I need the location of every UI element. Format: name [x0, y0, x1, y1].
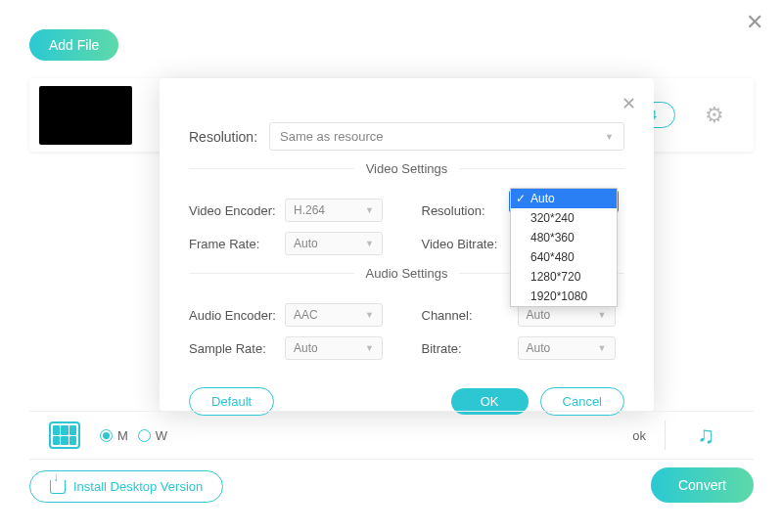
video-grid-icon[interactable]	[49, 421, 80, 449]
format-radio-1[interactable]: M	[100, 428, 128, 443]
gear-icon[interactable]: ⚙	[705, 103, 724, 128]
close-icon[interactable]: ✕	[746, 10, 763, 35]
install-desktop-button[interactable]: Install Desktop Version	[29, 470, 223, 503]
resolution-main-value: Same as resource	[280, 129, 384, 144]
chevron-down-icon: ▼	[365, 343, 374, 353]
channel-value: Auto	[527, 308, 551, 322]
tab-divider	[665, 421, 666, 450]
video-encoder-label: Video Encoder:	[189, 203, 277, 218]
video-encoder-select[interactable]: H.264 ▼	[285, 199, 383, 222]
audio-encoder-value: AAC	[294, 308, 318, 322]
audio-encoder-label: Audio Encoder:	[189, 308, 277, 323]
audio-bitrate-value: Auto	[527, 341, 551, 355]
frame-rate-value: Auto	[294, 237, 318, 250]
video-encoder-value: H.264	[294, 203, 325, 217]
chevron-down-icon: ▼	[365, 205, 374, 215]
resolution-option[interactable]: Auto	[511, 189, 617, 208]
sample-rate-select[interactable]: Auto ▼	[285, 336, 383, 360]
radio-checked-icon	[100, 429, 113, 442]
audio-encoder-select[interactable]: AAC ▼	[285, 303, 383, 327]
frame-rate-select[interactable]: Auto ▼	[285, 232, 383, 255]
video-bitrate-label: Video Bitrate:	[422, 237, 510, 251]
audio-bitrate-select[interactable]: Auto ▼	[518, 336, 616, 360]
chevron-down-icon: ▼	[605, 132, 614, 142]
resolution-option[interactable]: 320*240	[511, 208, 617, 228]
chevron-down-icon: ▼	[598, 343, 607, 353]
radio-unchecked-icon	[138, 429, 151, 442]
resolution-label: Resolution:	[189, 129, 257, 145]
frame-rate-label: Frame Rate:	[189, 237, 277, 251]
resolution-option[interactable]: 640*480	[511, 247, 617, 267]
resolution-option[interactable]: 480*360	[511, 228, 617, 247]
add-file-button[interactable]: Add File	[29, 29, 118, 61]
format-radio-2[interactable]: W	[138, 428, 167, 443]
audio-section-title: Audio Settings	[354, 266, 460, 281]
chevron-down-icon: ▼	[598, 310, 607, 320]
chevron-down-icon: ▼	[365, 239, 374, 248]
video-section-divider: Video Settings	[189, 168, 624, 187]
install-label: Install Desktop Version	[73, 479, 203, 494]
music-icon[interactable]: ♫	[697, 421, 714, 449]
convert-button[interactable]: Convert	[651, 467, 754, 503]
audio-bitrate-label: Bitrate:	[422, 341, 510, 356]
video-thumbnail[interactable]	[39, 86, 132, 145]
video-section-title: Video Settings	[354, 161, 460, 176]
resolution-option[interactable]: 1920*1080	[511, 287, 617, 306]
video-resolution-label: Resolution:	[422, 203, 510, 218]
resolution-option[interactable]: 1280*720	[511, 267, 617, 287]
format-tabs: M W ok ♫	[29, 411, 754, 460]
radio-label-2: W	[156, 428, 167, 443]
modal-close-icon[interactable]: ✕	[622, 93, 636, 114]
channel-label: Channel:	[422, 308, 510, 323]
sample-rate-label: Sample Rate:	[189, 341, 277, 356]
radio-label-1: M	[117, 428, 128, 443]
download-icon	[50, 480, 66, 494]
sample-rate-value: Auto	[294, 341, 318, 355]
chevron-down-icon: ▼	[365, 310, 374, 320]
resolution-dropdown[interactable]: Auto320*240480*360640*4801280*7201920*10…	[510, 188, 618, 307]
partial-text: ok	[632, 428, 646, 443]
resolution-main-select[interactable]: Same as resource ▼	[269, 122, 624, 151]
